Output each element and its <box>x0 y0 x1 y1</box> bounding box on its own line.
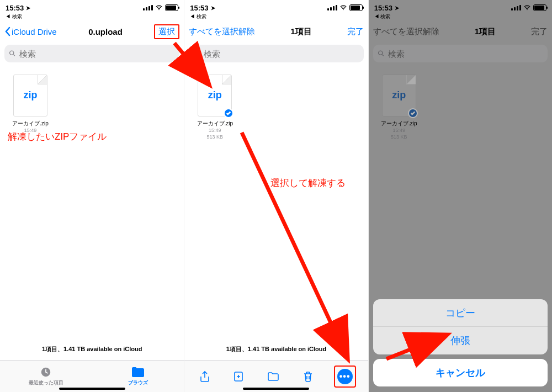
file-item-selected[interactable]: zip アーカイブ.zip 15:49 513 KB <box>192 75 237 140</box>
pane-selected: 15:53 ➤ ◀ 検索 すべてを選択解除 1項目 完了 zip <box>184 0 368 392</box>
zip-thumbnail: zip <box>382 75 416 116</box>
battery-icon <box>349 4 363 11</box>
share-button[interactable] <box>197 368 213 385</box>
file-grid: zip アーカイブ.zip 15:49 <box>0 68 184 141</box>
copy-button[interactable] <box>231 368 247 385</box>
share-icon <box>198 370 211 383</box>
back-to-app[interactable]: ◀ 検索 <box>369 13 552 20</box>
cellular-icon <box>143 5 153 10</box>
storage-info: 1項目、1.41 TB available on iCloud <box>0 345 184 353</box>
search-input[interactable] <box>19 49 175 59</box>
nav-bar: すべてを選択解除 1項目 完了 <box>184 20 368 43</box>
file-item-selected: zip アーカイブ.zip 15:49 513 KB <box>376 75 422 140</box>
cellular-icon <box>327 5 337 10</box>
selected-check-icon <box>224 108 233 118</box>
home-indicator[interactable] <box>243 388 309 390</box>
back-label: iCloud Drive <box>12 27 57 36</box>
svg-point-3 <box>343 9 344 10</box>
file-grid: zip アーカイブ.zip 15:49 513 KB <box>369 68 552 147</box>
file-item[interactable]: zip アーカイブ.zip 15:49 <box>8 75 53 134</box>
search-bar[interactable] <box>189 45 363 62</box>
status-time: 15:53 <box>6 4 24 12</box>
file-size: 513 KB <box>376 134 422 141</box>
copy-plus-icon <box>232 370 246 383</box>
file-name: アーカイブ.zip <box>192 120 237 128</box>
location-icon: ➤ <box>211 5 215 11</box>
selected-check-icon <box>408 108 418 118</box>
wifi-icon <box>523 4 531 12</box>
pane-browse: 15:53 ➤ ◀ 検索 iCloud Drive 0.upload 選択 <box>0 0 184 392</box>
search-icon <box>9 50 16 57</box>
search-icon <box>193 50 200 57</box>
done-button: 完了 <box>531 27 548 37</box>
file-time: 15:49 <box>376 128 422 134</box>
move-button[interactable] <box>265 368 282 385</box>
folder-outline-icon <box>267 370 280 383</box>
done-button[interactable]: 完了 <box>347 27 364 37</box>
tab-browse[interactable]: ブラウズ <box>92 366 184 386</box>
folder-title: 0.upload <box>88 27 123 36</box>
selection-count: 1項目 <box>475 27 496 37</box>
back-to-app[interactable]: ◀ 検索 <box>0 13 184 20</box>
back-to-app[interactable]: ◀ 検索 <box>184 13 368 20</box>
search-icon <box>378 50 385 57</box>
file-size: 513 KB <box>192 134 237 141</box>
pane-actionsheet: 15:53 ➤ ◀ 検索 すべてを選択解除 1項目 完了 zip <box>368 0 552 392</box>
file-name: アーカイブ.zip <box>8 120 53 128</box>
search-input <box>388 49 543 59</box>
tab-browse-label: ブラウズ <box>92 379 184 386</box>
select-button[interactable]: 選択 <box>154 24 179 39</box>
search-input[interactable] <box>204 49 359 59</box>
battery-icon <box>165 4 178 11</box>
action-sheet-group: コピー 伸張 <box>373 299 548 354</box>
home-indicator[interactable] <box>59 388 125 390</box>
sheet-expand[interactable]: 伸張 <box>373 327 548 354</box>
zip-thumbnail: zip <box>198 75 232 116</box>
svg-point-6 <box>527 9 528 10</box>
zip-label: zip <box>198 89 231 101</box>
cellular-icon <box>511 5 521 10</box>
wifi-icon <box>155 4 163 12</box>
chevron-left-icon <box>4 27 10 36</box>
search-bar[interactable] <box>4 45 179 62</box>
wifi-icon <box>339 4 347 12</box>
svg-point-4 <box>194 51 198 55</box>
deselect-all-button[interactable]: すべてを選択解除 <box>189 27 255 37</box>
location-icon: ➤ <box>26 5 30 11</box>
nav-bar: すべてを選択解除 1項目 完了 <box>369 20 552 43</box>
storage-info: 1項目、1.41 TB available on iCloud <box>184 345 368 353</box>
status-time: 15:53 <box>190 4 208 12</box>
svg-point-7 <box>378 51 382 55</box>
back-button[interactable]: iCloud Drive <box>4 27 57 36</box>
action-sheet: コピー 伸張 キャンセル <box>373 299 548 386</box>
zip-label: zip <box>383 89 416 101</box>
svg-point-1 <box>10 51 14 55</box>
more-icon: ••• <box>337 369 353 384</box>
battery-icon <box>533 4 546 11</box>
zip-label: zip <box>14 89 47 101</box>
delete-button[interactable] <box>300 368 316 385</box>
svg-point-0 <box>159 9 160 10</box>
file-name: アーカイブ.zip <box>376 120 422 128</box>
trash-icon <box>301 370 315 383</box>
selection-count: 1項目 <box>290 27 311 37</box>
sheet-cancel[interactable]: キャンセル <box>373 359 548 386</box>
location-icon: ➤ <box>395 5 399 11</box>
annotation-label-2: 選択して解凍する <box>270 177 346 189</box>
more-button[interactable]: ••• <box>334 365 356 388</box>
status-time: 15:53 <box>374 4 392 12</box>
file-time: 15:49 <box>192 128 237 134</box>
annotation-label-1: 解凍したいZIPファイル <box>8 130 107 143</box>
file-grid: zip アーカイブ.zip 15:49 513 KB <box>184 68 368 147</box>
zip-thumbnail: zip <box>13 75 47 116</box>
tab-recents[interactable]: 最近使った項目 <box>0 366 92 386</box>
sheet-copy[interactable]: コピー <box>373 299 548 327</box>
deselect-all-button: すべてを選択解除 <box>373 27 439 37</box>
search-bar <box>373 45 548 62</box>
folder-icon <box>92 366 184 378</box>
clock-icon <box>0 366 92 378</box>
nav-bar: iCloud Drive 0.upload 選択 <box>0 20 184 43</box>
tab-recents-label: 最近使った項目 <box>0 379 92 386</box>
